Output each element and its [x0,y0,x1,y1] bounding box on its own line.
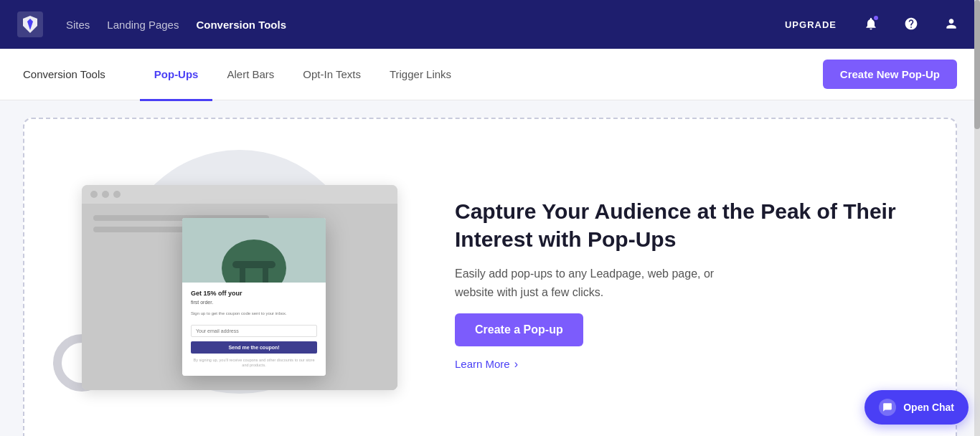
create-new-popup-button[interactable]: Create New Pop-Up [823,60,957,89]
popup-subtitle: first order. [191,299,317,306]
popup-email-input[interactable] [191,325,317,337]
popup-description: Sign up to get the coupon code sent to y… [191,311,317,317]
scrollbar-thumb[interactable] [974,0,980,129]
open-chat-button[interactable]: Open Chat [864,390,969,425]
tab-pop-ups[interactable]: Pop-Ups [140,49,213,101]
tab-trigger-links[interactable]: Trigger Links [375,49,466,101]
upgrade-button[interactable]: UPGRADE [779,19,842,30]
help-icon [904,16,918,33]
chat-bubble-icon [882,402,892,412]
scrollbar[interactable] [974,0,980,436]
learn-more-text: Learn More [455,358,510,370]
user-button[interactable] [940,13,963,36]
chevron-right-icon: › [514,358,518,371]
section-title: Conversion Tools [23,68,105,80]
browser-bar [82,185,397,204]
text-side: Capture Your Audience at the Peak of The… [455,197,913,370]
nav-conversion-tools[interactable]: Conversion Tools [196,16,286,34]
tab-alert-bars[interactable]: Alert Bars [212,49,288,101]
popup-overlay: ✕ Limited time offer [182,218,326,376]
chair-illustration [182,218,326,283]
illustration-side: ✕ Limited time offer [67,148,412,420]
popup-body: Get 15% off your first order. Sign up to… [182,283,326,376]
feature-card: ✕ Limited time offer [23,118,957,436]
browser-dot-3 [113,191,121,198]
tab-opt-in-texts[interactable]: Opt-In Texts [288,49,375,101]
notifications-button[interactable] [859,13,882,36]
chat-icon [879,399,896,416]
browser-body: ✕ Limited time offer [82,204,397,390]
svg-rect-5 [263,268,268,283]
nav-sites[interactable]: Sites [66,16,90,34]
feature-description: Easily add pop-ups to any Leadpage, web … [455,265,727,301]
popup-header: ✕ Limited time offer [182,218,326,283]
browser-dot-2 [102,191,109,198]
tabs-container: Pop-Ups Alert Bars Opt-In Texts Trigger … [140,49,481,100]
logo[interactable] [17,11,43,37]
create-popup-button[interactable]: Create a Pop-up [455,313,583,346]
feature-title: Capture Your Audience at the Peak of The… [455,197,913,253]
browser-dot-1 [90,191,98,198]
nav-landing-pages[interactable]: Landing Pages [107,16,179,34]
popup-fine-print: By signing up, you'll receive coupons an… [191,358,317,369]
learn-more-link[interactable]: Learn More › [455,358,913,371]
user-icon [944,16,958,33]
top-navigation: Sites Landing Pages Conversion Tools UPG… [0,0,980,49]
open-chat-label: Open Chat [903,402,954,413]
main-content: ✕ Limited time offer [0,100,980,436]
notification-dot [872,14,880,22]
secondary-navigation: Conversion Tools Pop-Ups Alert Bars Opt-… [0,49,980,100]
svg-rect-4 [240,268,245,283]
browser-mockup: ✕ Limited time offer [82,185,397,390]
svg-rect-3 [232,261,275,268]
help-button[interactable] [900,13,923,36]
popup-cta-button[interactable]: Send me the coupon! [191,341,317,354]
popup-title: Get 15% off your [191,290,317,297]
